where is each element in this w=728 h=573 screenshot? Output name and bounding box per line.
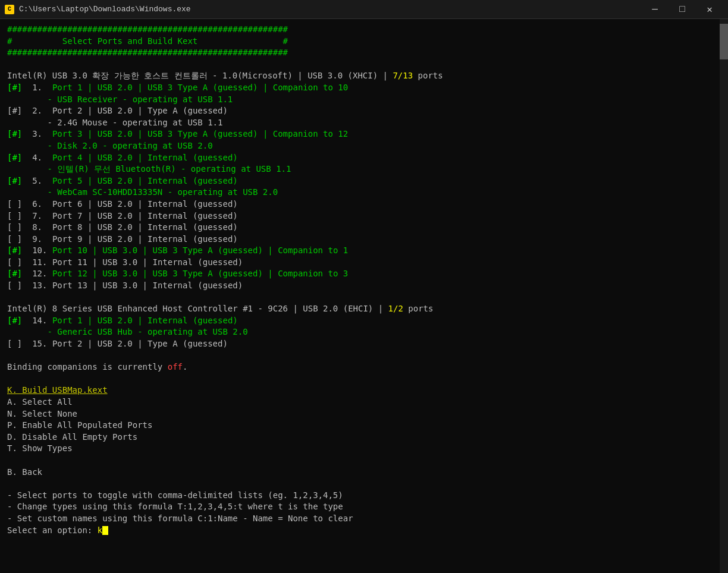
port-row-5-bracket: [#] <box>7 176 22 185</box>
port-row-11-text: Port 11 | USB 3.0 | Internal (guessed) <box>52 257 243 267</box>
instruction-2: - Change types using this formula T:1,2,… <box>7 502 343 511</box>
port-row-6-bracket: [ ] <box>7 199 22 209</box>
port-row-13-bracket: [ ] <box>7 281 22 290</box>
titlebar: C C:\Users\Laptop\Downloads\Windows.exe … <box>0 0 728 19</box>
port-row-12-bracket: [#] <box>7 269 22 278</box>
menu-item-n[interactable]: N. Select None <box>7 409 77 418</box>
close-button[interactable]: ✕ <box>696 0 723 19</box>
port2-row-14-text: Port 1 | USB 2.0 | Internal (guessed) <box>52 316 238 325</box>
port-row-2-text: Port 2 | USB 2.0 | Type A (guessed) <box>52 106 228 115</box>
controller1-label: Intel(R) USB 3.0 확장 가능한 호스트 컨트롤러 - 1.0(M… <box>7 71 443 80</box>
menu-item-d[interactable]: D. Disable All Empty Ports <box>7 432 137 442</box>
port-row-5-desc: - WebCam SC-10HDD13335N - operating at U… <box>47 187 278 197</box>
port-row-3-bracket: [#] <box>7 129 22 138</box>
menu-item-t[interactable]: T. Show Types <box>7 443 73 453</box>
terminal-output: ########################################… <box>7 24 721 536</box>
binding-companions-line: Binding companions is currently off. <box>7 362 187 371</box>
instruction-3: - Set custom names using this formula C:… <box>7 514 353 523</box>
port-row-1-desc: - USB Receiver - operating at USB 1.1 <box>47 95 233 104</box>
port-row-8-text: Port 8 | USB 2.0 | Internal (guessed) <box>52 222 238 232</box>
maximize-button[interactable]: □ <box>669 0 696 19</box>
port-row-7-text: Port 7 | USB 2.0 | Internal (guessed) <box>52 211 238 221</box>
port-row-13-text: Port 13 | USB 3.0 | Internal (guessed) <box>52 281 243 290</box>
port-row-10-text: Port 10 | USB 3.0 | USB 3 Type A (guesse… <box>52 245 348 255</box>
menu-item-a[interactable]: A. Select All <box>7 397 73 407</box>
header-line3: ########################################… <box>7 48 288 57</box>
port-row-10-bracket: [#] <box>7 245 22 255</box>
app-icon: C <box>5 5 14 14</box>
menu-item-k[interactable]: K. Build USBMap.kext <box>7 385 108 395</box>
port-row-6-text: Port 6 | USB 2.0 | Internal (guessed) <box>52 199 238 209</box>
port-row-8-bracket: [ ] <box>7 222 22 232</box>
prompt-line: Select an option: k <box>7 525 108 535</box>
binding-off-value: off <box>168 362 183 371</box>
minimize-button[interactable]: — <box>641 0 669 19</box>
scrollbar[interactable] <box>720 19 728 573</box>
header-line1: ########################################… <box>7 24 288 34</box>
controller2-label: Intel(R) 8 Series USB Enhanced Host Cont… <box>7 304 433 313</box>
port-row-12-text: Port 12 | USB 3.0 | USB 3 Type A (guesse… <box>52 269 348 278</box>
menu-item-p[interactable]: P. Enable All Populated Ports <box>7 420 152 430</box>
header-line2: # Select Ports and Build Kext # <box>7 36 288 46</box>
scrollbar-thumb[interactable] <box>720 24 728 59</box>
port-row-4-text: Port 4 | USB 2.0 | Internal (guessed) <box>52 153 238 162</box>
port2-row-15-bracket: [ ] <box>7 339 22 348</box>
port-row-5-text: Port 5 | USB 2.0 | Internal (guessed) <box>52 176 238 185</box>
port2-row-14-desc: - Generic USB Hub - operating at USB 2.0 <box>47 327 247 336</box>
port-row-3-desc: - Disk 2.0 - operating at USB 2.0 <box>47 141 212 150</box>
port-row-1-text: Port 1 | USB 2.0 | USB 3 Type A (guessed… <box>52 83 348 92</box>
port-row-11-bracket: [ ] <box>7 257 22 267</box>
port2-row-15-text: Port 2 | USB 2.0 | Type A (guessed) <box>52 339 228 348</box>
port-row-1-bracket: [#] <box>7 83 22 92</box>
terminal-content: ########################################… <box>0 19 728 573</box>
menu-item-b[interactable]: B. Back <box>7 467 42 477</box>
terminal-cursor <box>102 526 108 535</box>
port-row-9-bracket: [ ] <box>7 234 22 244</box>
port-row-4-bracket: [#] <box>7 153 22 162</box>
port-row-2-bracket: [#] <box>7 106 22 115</box>
port-row-9-text: Port 9 | USB 2.0 | Internal (guessed) <box>52 234 238 244</box>
window-controls: — □ ✕ <box>641 0 723 19</box>
window: C C:\Users\Laptop\Downloads\Windows.exe … <box>0 0 728 573</box>
instruction-1: - Select ports to toggle with comma-deli… <box>7 490 343 500</box>
port-row-7-bracket: [ ] <box>7 211 22 221</box>
input-value[interactable]: k <box>98 525 102 535</box>
port2-row-14-bracket: [#] <box>7 316 22 325</box>
port-row-4-desc: - 인텔(R) 무선 Bluetooth(R) - operating at U… <box>47 164 291 174</box>
port-row-2-desc: - 2.4G Mouse - operating at USB 1.1 <box>47 118 222 127</box>
port-row-3-text: Port 3 | USB 2.0 | USB 3 Type A (guessed… <box>52 129 348 138</box>
window-title: C:\Users\Laptop\Downloads\Windows.exe <box>19 5 641 14</box>
